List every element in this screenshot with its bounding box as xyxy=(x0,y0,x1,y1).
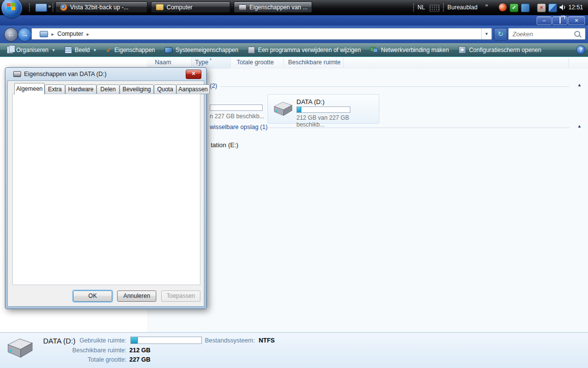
address-bar[interactable]: ▸ Computer ▸ ▾ xyxy=(31,28,492,40)
group-header-hard-disks[interactable]: (2) xyxy=(210,82,217,89)
view-button[interactable]: Beeld ▾ xyxy=(61,45,100,55)
keyboard-icon[interactable] xyxy=(429,4,440,12)
folder-icon xyxy=(156,4,164,10)
file-list: (2) ▲ n 227 GB beschikb... DATA (D:) 212… xyxy=(147,69,588,332)
system-properties-button[interactable]: Systeemeigenschappen xyxy=(161,45,242,55)
drive-c-free-text: n 227 GB beschikb... xyxy=(210,113,264,120)
close-button[interactable]: × xyxy=(568,16,585,25)
column-divider xyxy=(191,58,192,68)
tray-grip[interactable] xyxy=(442,3,444,12)
used-space-bar xyxy=(130,337,202,344)
properties-label: Eigenschappen xyxy=(115,47,155,53)
documents-icon xyxy=(7,46,13,53)
dialog-title: Eigenschappen van DATA (D:) xyxy=(24,71,106,78)
taskbar-button-firefox[interactable]: Vista 32bit-back up -... xyxy=(55,1,147,13)
cancel-button[interactable]: Annuleren xyxy=(117,290,156,302)
tray-cleaner-icon[interactable] xyxy=(499,3,507,11)
drive-icon xyxy=(13,71,21,77)
tray-antivirus-icon[interactable]: ✓ xyxy=(510,3,518,12)
dialog-close-button[interactable]: × xyxy=(186,70,201,79)
column-name[interactable]: Naam xyxy=(155,59,171,66)
explorer-window: – × ← → ▸ Computer ▸ ▾ ↻ Organiseren xyxy=(0,15,588,368)
tray-grip[interactable] xyxy=(413,3,415,12)
quicklaunch-grip[interactable] xyxy=(52,3,54,12)
column-divider xyxy=(230,58,231,68)
chevron-down-icon: ▾ xyxy=(94,48,96,53)
taskbar: » Vista 32bit-back up -... Computer Eige… xyxy=(0,0,588,15)
open-control-panel-button[interactable]: Configuratiescherm openen xyxy=(455,44,545,55)
tab-algemeen[interactable]: Algemeen xyxy=(14,83,45,95)
search-box[interactable] xyxy=(508,28,586,40)
restore-icon xyxy=(560,17,561,24)
tab-hardware[interactable]: Hardware xyxy=(65,84,97,94)
organize-button[interactable]: Organiseren ▾ xyxy=(3,44,59,55)
uninstall-program-button[interactable]: Een programma verwijderen of wijzigen xyxy=(244,45,365,55)
filesystem-value: NTFS xyxy=(259,337,275,344)
tab-extra[interactable]: Extra xyxy=(45,84,65,94)
overflow-chevron-icon[interactable]: » xyxy=(48,3,51,9)
tab-beveiliging[interactable]: Beveiliging xyxy=(120,84,154,94)
column-divider xyxy=(343,58,343,68)
dialog-titlebar[interactable]: Eigenschappen van DATA (D:) × xyxy=(5,68,206,80)
view-label: Beeld xyxy=(75,47,90,53)
checkmark-icon: ✓ xyxy=(106,47,112,53)
column-total-size[interactable]: Totale grootte xyxy=(237,59,274,66)
refresh-button[interactable]: ↻ xyxy=(494,28,507,41)
drive-icon xyxy=(239,4,246,10)
apply-button[interactable]: Toepassen xyxy=(161,290,200,302)
minimize-button[interactable]: – xyxy=(537,16,552,25)
tab-aanpassen[interactable]: Aanpassen xyxy=(176,84,210,94)
system-properties-label: Systeemeigenschappen xyxy=(175,47,238,53)
control-panel-icon xyxy=(459,46,466,53)
group-header-removable[interactable]: wisselbare opslag (1) xyxy=(210,124,268,131)
taskbar-button-computer[interactable]: Computer xyxy=(151,1,230,13)
window-titlebar[interactable]: – × xyxy=(0,15,588,26)
column-divider xyxy=(568,58,569,68)
tray-network-icon[interactable] xyxy=(548,3,557,12)
tray-volume-icon[interactable] xyxy=(559,4,566,11)
organize-label: Organiseren xyxy=(16,47,49,53)
drive-d-capacity-bar xyxy=(296,106,350,113)
help-button[interactable]: ? xyxy=(576,45,586,54)
column-type[interactable]: Type xyxy=(195,59,208,66)
taskbar-button-properties[interactable]: Eigenschappen van ... xyxy=(234,1,312,13)
desktop-toolbar-label[interactable]: Bureaublad xyxy=(447,4,477,11)
search-input[interactable] xyxy=(512,29,572,39)
collapse-group-icon[interactable]: ▲ xyxy=(577,124,582,129)
map-network-drive-button[interactable]: Netwerkverbinding maken xyxy=(367,45,453,55)
uninstall-label: Een programma verwijderen of wijzigen xyxy=(258,47,361,53)
tab-quota[interactable]: Quota xyxy=(154,84,176,94)
package-icon xyxy=(248,47,255,53)
column-free-space[interactable]: Beschikbare ruimte xyxy=(288,59,341,66)
show-desktop-icon[interactable] xyxy=(35,3,47,12)
windows-flag-icon xyxy=(6,2,16,11)
properties-button[interactable]: ✓ Eigenschappen xyxy=(102,45,159,55)
drive-d-tile[interactable]: DATA (D:) 212 GB van 227 GB beschikb... xyxy=(268,94,379,124)
language-indicator[interactable]: NL xyxy=(417,4,425,11)
clock[interactable]: 12:51 xyxy=(568,4,583,11)
tray-remove-hardware-icon[interactable]: × xyxy=(537,3,546,12)
tray-settings-icon[interactable] xyxy=(521,3,530,12)
forward-button[interactable]: → xyxy=(18,27,32,42)
desktop-screen: » Vista 32bit-back up -... Computer Eige… xyxy=(0,0,588,368)
back-button[interactable]: ← xyxy=(4,27,18,42)
navigation-bar: ← → ▸ Computer ▸ ▾ ↻ xyxy=(0,26,588,43)
breadcrumb[interactable]: Computer xyxy=(57,30,83,37)
address-dropdown-button[interactable]: ▾ xyxy=(481,28,491,39)
network-label: Netwerkverbinding maken xyxy=(381,47,449,53)
free-space-label: Beschikbare ruimte: xyxy=(53,347,126,354)
network-icon xyxy=(370,47,378,53)
crumb-arrow-icon[interactable]: ▸ xyxy=(87,31,89,37)
ok-button[interactable]: OK xyxy=(73,290,112,302)
tab-delen[interactable]: Delen xyxy=(97,84,120,94)
drive-e-name[interactable]: tation (E:) xyxy=(211,141,238,149)
collapse-group-icon[interactable]: ▲ xyxy=(577,82,582,87)
monitor-icon xyxy=(165,47,172,53)
restore-button[interactable] xyxy=(552,16,567,25)
hard-drive-icon-large xyxy=(5,337,34,361)
crumb-arrow-icon[interactable]: ▸ xyxy=(51,31,54,37)
computer-icon xyxy=(40,31,48,37)
quicklaunch-grip[interactable] xyxy=(28,3,30,12)
search-icon[interactable] xyxy=(574,31,580,37)
toolbar-overflow-chevron-icon[interactable]: » xyxy=(485,2,488,8)
